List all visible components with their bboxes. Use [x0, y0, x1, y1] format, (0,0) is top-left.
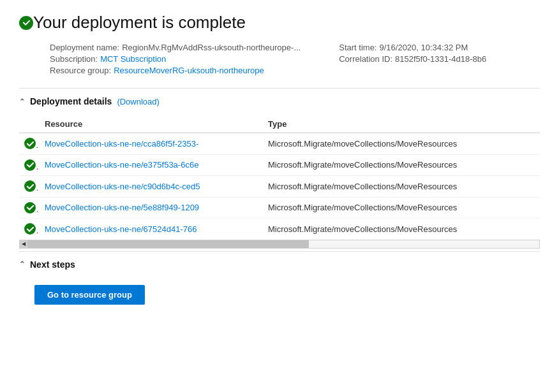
start-time-row: Start time: 9/16/2020, 10:34:32 PM [339, 43, 486, 52]
correlation-id-row: Correlation ID: 8152f5f0-1331-4d18-8b6 [339, 54, 486, 64]
table-row: MoveCollection-uks-ne-ne/cca86f5f-2353-M… [19, 133, 540, 155]
chevron-collapse-icon[interactable]: ⌃ [19, 98, 25, 106]
deployment-name-label: Deployment name: [50, 43, 119, 52]
horizontal-scrollbar[interactable]: ◀ [19, 240, 540, 249]
row-status-icon-cell [19, 219, 40, 240]
row-success-icon [24, 138, 36, 149]
col-type-header: Type [263, 115, 540, 133]
subscription-label: Subscription: [50, 54, 98, 64]
start-time-label: Start time: [339, 43, 376, 52]
success-icon [19, 16, 33, 30]
meta-section: Deployment name: RegionMv.RgMvAddRss-uks… [19, 43, 540, 75]
resource-group-row: Resource group: ResourceMoverRG-uksouth-… [50, 66, 301, 75]
row-resource-cell: MoveCollection-uks-ne-ne/c90d6b4c-ced5 [40, 176, 263, 198]
meta-right: Start time: 9/16/2020, 10:34:32 PM Corre… [339, 43, 486, 75]
row-resource-cell: MoveCollection-uks-ne-ne/67524d41-766 [40, 219, 263, 240]
col-status-header [19, 115, 40, 133]
resource-link[interactable]: MoveCollection-uks-ne-ne/5e88f949-1209 [45, 203, 199, 212]
deployment-details-header: ⌃ Deployment details (Download) [19, 88, 540, 113]
meta-left: Deployment name: RegionMv.RgMvAddRss-uks… [50, 43, 301, 75]
row-status-icon-cell [19, 154, 40, 176]
deployment-name-value: RegionMv.RgMvAddRss-uksouth-northeurope-… [122, 43, 301, 52]
next-steps-header: ⌃ Next steps [19, 251, 540, 276]
correlation-id-label: Correlation ID: [339, 54, 392, 64]
row-success-icon [24, 223, 36, 235]
col-resource-header: Resource [40, 115, 263, 133]
start-time-value: 9/16/2020, 10:34:32 PM [379, 43, 468, 52]
deployment-name-row: Deployment name: RegionMv.RgMvAddRss-uks… [50, 43, 301, 52]
row-type-cell: Microsoft.Migrate/moveCollections/MoveRe… [263, 176, 540, 198]
page-header: Your deployment is complete [19, 13, 540, 33]
table-row: MoveCollection-uks-ne-ne/67524d41-766Mic… [19, 219, 540, 240]
table-row: MoveCollection-uks-ne-ne/5e88f949-1209Mi… [19, 197, 540, 219]
resource-link[interactable]: MoveCollection-uks-ne-ne/c90d6b4c-ced5 [45, 182, 200, 191]
row-status-icon-cell [19, 197, 40, 219]
table-header-row: Resource Type [19, 115, 540, 133]
next-steps-label: Next steps [30, 259, 75, 270]
scrollbar-thumb[interactable] [27, 240, 309, 248]
row-status-icon-cell [19, 176, 40, 198]
row-resource-cell: MoveCollection-uks-ne-ne/e375f53a-6c6e [40, 154, 263, 176]
row-success-icon [24, 202, 36, 214]
deployment-table: Resource Type MoveCollection-uks-ne-ne/c… [19, 115, 540, 240]
deployment-details-label: Deployment details [30, 96, 112, 106]
scrollbar-track[interactable] [27, 240, 539, 248]
deployment-table-wrapper: Resource Type MoveCollection-uks-ne-ne/c… [19, 115, 540, 240]
row-type-cell: Microsoft.Migrate/moveCollections/MoveRe… [263, 133, 540, 155]
resource-link[interactable]: MoveCollection-uks-ne-ne/67524d41-766 [45, 224, 197, 234]
resource-link[interactable]: MoveCollection-uks-ne-ne/cca86f5f-2353- [45, 139, 198, 149]
row-resource-cell: MoveCollection-uks-ne-ne/5e88f949-1209 [40, 197, 263, 219]
row-status-icon-cell [19, 133, 40, 155]
subscription-row: Subscription: MCT Subscription [50, 54, 301, 64]
table-row: MoveCollection-uks-ne-ne/c90d6b4c-ced5Mi… [19, 176, 540, 198]
next-steps-section: ⌃ Next steps Go to resource group [19, 251, 540, 305]
row-success-icon [24, 159, 36, 171]
subscription-link[interactable]: MCT Subscription [100, 54, 166, 64]
chevron-next-steps-icon[interactable]: ⌃ [19, 260, 25, 268]
row-success-icon [24, 180, 36, 192]
resource-link[interactable]: MoveCollection-uks-ne-ne/e375f53a-6c6e [45, 160, 198, 170]
correlation-id-value: 8152f5f0-1331-4d18-8b6 [395, 54, 486, 64]
page-title: Your deployment is complete [33, 13, 246, 33]
resource-group-label: Resource group: [50, 66, 111, 75]
go-to-resource-group-button[interactable]: Go to resource group [34, 285, 145, 305]
scroll-left-arrow[interactable]: ◀ [20, 240, 27, 248]
row-type-cell: Microsoft.Migrate/moveCollections/MoveRe… [263, 197, 540, 219]
row-resource-cell: MoveCollection-uks-ne-ne/cca86f5f-2353- [40, 133, 263, 155]
row-type-cell: Microsoft.Migrate/moveCollections/MoveRe… [263, 154, 540, 176]
download-link[interactable]: (Download) [117, 97, 159, 106]
resource-group-link[interactable]: ResourceMoverRG-uksouth-northeurope [114, 66, 264, 75]
row-type-cell: Microsoft.Migrate/moveCollections/MoveRe… [263, 219, 540, 240]
table-row: MoveCollection-uks-ne-ne/e375f53a-6c6eMi… [19, 154, 540, 176]
